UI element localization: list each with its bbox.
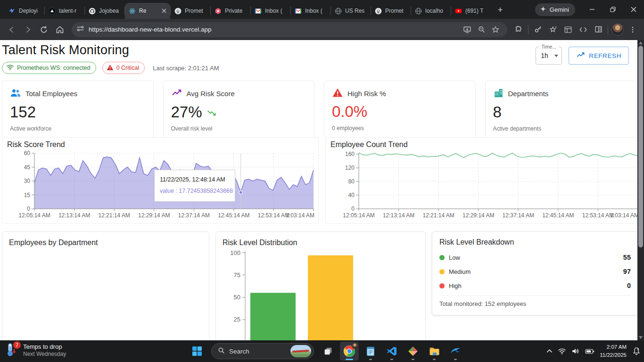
taskbar-search[interactable]: Search [211, 343, 314, 359]
svg-text:30: 30 [24, 178, 31, 184]
tray-expand-icon[interactable] [546, 347, 553, 354]
employee-count-trend-chart: 0408012016012:05:14 AM12:13:14 AM12:21:1… [330, 150, 642, 223]
reload-button[interactable] [36, 22, 52, 38]
search-daily-image[interactable] [290, 345, 311, 357]
risk-level-distribution-chart: 255075100 [216, 249, 425, 340]
browser-tab[interactable]: Re [125, 3, 170, 19]
tray-battery-icon[interactable] [585, 348, 594, 354]
screen: Deployitalent-rJojobeaRePrometPrivateInb… [0, 0, 644, 362]
chrome-profile-badge [352, 343, 358, 349]
taskbar-file-explorer-icon[interactable] [425, 342, 444, 361]
start-button[interactable] [188, 342, 206, 361]
tray-date: 11/22/2025 [600, 351, 627, 359]
install-app-icon[interactable] [460, 25, 474, 34]
deploy-icon [8, 8, 16, 15]
taskbar-dolphin-icon[interactable] [446, 342, 465, 361]
taskbar-notepad-icon[interactable] [361, 342, 380, 361]
home-button[interactable] [52, 22, 68, 38]
risk-level-breakdown-panel: Risk Level Breakdown Low55Medium97High0 … [432, 231, 638, 315]
browser-tab[interactable]: Promet [171, 3, 210, 19]
tray-notification-bell-icon[interactable]: z [632, 346, 641, 356]
trending-up-icon [171, 88, 182, 99]
taskbar-vscode-icon[interactable] [382, 342, 401, 361]
browser-tab[interactable]: Deployi [5, 3, 44, 19]
stat-value: 152 [10, 103, 146, 121]
github-icon [89, 8, 96, 15]
time-range-select[interactable]: Time... 1h [536, 47, 562, 65]
window-close-button[interactable] [623, 0, 644, 19]
private-icon [215, 8, 222, 15]
tray-wifi-icon[interactable] [558, 348, 566, 355]
svg-text:75: 75 [234, 272, 240, 279]
stat-subtext: Active workforce [10, 125, 146, 132]
svg-text:12:05:14 AM: 12:05:14 AM [18, 212, 50, 219]
stat-subtext: 0 employees [332, 125, 468, 132]
extensions-icon[interactable] [511, 22, 526, 37]
tab-title: talent-r [59, 8, 76, 14]
profile-avatar[interactable] [610, 22, 625, 37]
dev-code-icon[interactable] [576, 22, 591, 37]
react-icon [129, 8, 136, 15]
panel-title: Risk Level Breakdown [439, 238, 631, 250]
task-view-icon[interactable] [319, 342, 338, 361]
password-key-icon[interactable] [530, 22, 545, 37]
svg-text:160: 160 [345, 151, 355, 157]
url-text[interactable]: https://dashboard-new-eta-blond.vercel.a… [89, 26, 211, 33]
window-minimize-button[interactable] [582, 0, 603, 19]
svg-text:12:21:14 AM: 12:21:14 AM [422, 212, 454, 219]
back-button[interactable] [4, 22, 20, 38]
svg-text:80: 80 [348, 178, 355, 185]
gemini-button[interactable]: Gemini [535, 3, 575, 16]
svg-text:12:29:14 AM: 12:29:14 AM [138, 212, 170, 219]
svg-text:12:21:14 AM: 12:21:14 AM [98, 212, 130, 219]
address-bar[interactable]: https://dashboard-new-eta-blond.vercel.a… [72, 22, 507, 37]
window-restore-button[interactable] [603, 0, 623, 19]
prometheus-icon [174, 8, 182, 15]
breakdown-value: 55 [623, 254, 631, 261]
site-settings-icon[interactable] [76, 25, 84, 34]
browser-tab[interactable]: localho [411, 3, 451, 19]
svg-text:40: 40 [348, 192, 355, 198]
youtube-icon [455, 8, 462, 15]
reading-list-book-icon[interactable] [591, 22, 606, 37]
stat-card: Departments8Active departments [485, 81, 637, 139]
svg-text:50: 50 [234, 294, 240, 301]
tab-title: Promet [385, 8, 404, 14]
browser-tab[interactable]: Jojobea [85, 3, 124, 19]
browser-tab[interactable]: Private [211, 3, 250, 19]
scrollbar-thumb[interactable] [638, 46, 643, 247]
tab-close-icon[interactable] [162, 8, 166, 13]
browser-menu-icon[interactable] [625, 22, 640, 37]
zoom-icon[interactable] [474, 25, 488, 33]
stat-value: 27% [171, 103, 307, 121]
browser-tab[interactable]: Inbox ( [291, 3, 330, 19]
browser-tab[interactable]: US Res [331, 3, 371, 19]
ws-status-chip: Prometheus WS: connected [2, 62, 96, 74]
chart-title: Employee Count Trend [330, 140, 642, 149]
breakdown-label: High [449, 282, 462, 289]
reading-mode-icon[interactable] [561, 22, 576, 37]
tooltip-datetime: 11/22/2025, 12:48:14 AM [160, 174, 230, 186]
scrollbar-up-arrow[interactable] [639, 41, 643, 44]
bookmark-star-icon[interactable] [488, 25, 503, 34]
legend-dot-icon [439, 269, 445, 274]
taskbar-chrome-icon[interactable] [340, 342, 359, 361]
breakdown-row: High0 [439, 279, 631, 293]
bookmark-sparkle-icon[interactable] [545, 22, 561, 37]
browser-tab[interactable]: Inbox ( [251, 3, 290, 19]
tab-title: Private [225, 8, 242, 14]
new-tab-button[interactable]: + [495, 5, 506, 15]
browser-tab[interactable]: (691) T [451, 3, 491, 19]
legend-dot-icon [439, 255, 445, 260]
browser-tab[interactable]: talent-r [45, 3, 84, 19]
refresh-button[interactable]: REFRESH [569, 47, 629, 65]
weather-widget[interactable]: 7 Temps to drop Next Wednesday [5, 342, 66, 358]
stat-label: Total Employees [25, 90, 77, 98]
tray-volume-icon[interactable] [571, 347, 580, 355]
forward-button[interactable] [20, 22, 36, 38]
page-scrollbar[interactable] [637, 40, 644, 340]
browser-tab[interactable]: Promet [371, 3, 411, 19]
scrollbar-down-arrow[interactable] [639, 336, 643, 339]
taskbar-diamond-app-icon[interactable] [404, 342, 422, 361]
tray-clock[interactable]: 2:07 AM 11/22/2025 [600, 343, 627, 359]
